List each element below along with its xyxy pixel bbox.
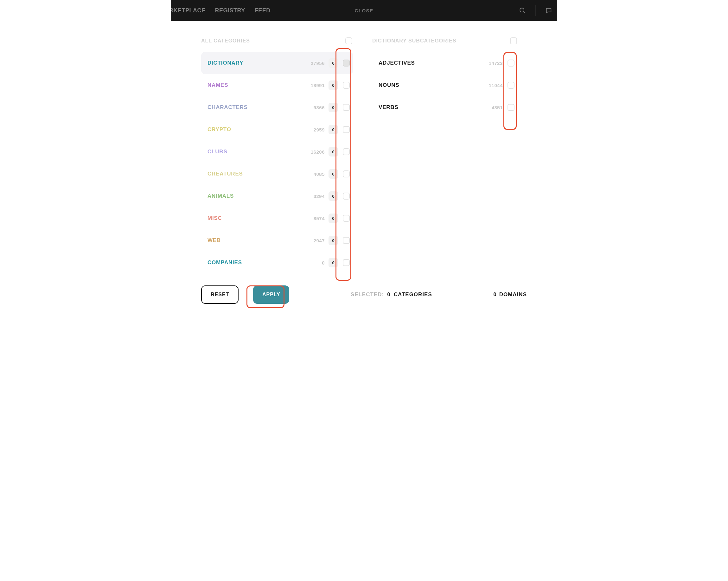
divider xyxy=(536,5,536,16)
category-checkbox[interactable] xyxy=(343,237,350,244)
subcategory-count: 11044 xyxy=(485,83,503,88)
category-checkbox[interactable] xyxy=(343,193,350,200)
category-row[interactable]: CHARACTERS 9866 0 xyxy=(201,96,353,118)
domains-count: 0 xyxy=(493,291,496,298)
category-checkbox[interactable] xyxy=(343,82,350,89)
category-checkbox[interactable] xyxy=(343,170,350,177)
category-label: CREATURES xyxy=(208,171,307,177)
subcategory-row[interactable]: ADJECTIVES 14723 xyxy=(372,52,518,74)
category-row[interactable]: WEB 2947 0 xyxy=(201,229,353,252)
category-count: 2959 xyxy=(307,127,325,132)
categories-column: ALL CATEGORIES DICTIONARY 27956 0 NAMES … xyxy=(201,34,353,280)
close-button[interactable]: CLOSE xyxy=(355,8,373,13)
subcategories-list: ADJECTIVES 14723 NOUNS 11044 VERBS 4851 xyxy=(372,52,518,118)
category-count: 27956 xyxy=(307,60,325,66)
category-label: MISC xyxy=(208,215,307,221)
filter-panel: ALL CATEGORIES DICTIONARY 27956 0 NAMES … xyxy=(171,21,557,310)
subcategory-row[interactable]: NOUNS 11044 xyxy=(372,74,518,96)
selected-count: 0 xyxy=(387,291,390,298)
category-row[interactable]: ANIMALS 3294 0 xyxy=(201,185,353,207)
category-row[interactable]: NAMES 18991 0 xyxy=(201,74,353,96)
subcategory-count: 14723 xyxy=(485,60,503,66)
nav: MARKETPLACE REGISTRY FEED xyxy=(171,7,270,14)
nav-feed[interactable]: FEED xyxy=(255,7,270,14)
svg-point-0 xyxy=(520,8,524,12)
domains-status: 0 DOMAINS xyxy=(493,291,527,298)
category-badge: 0 xyxy=(329,103,338,112)
subcategories-column: DICTIONARY SUBCATEGORIES ADJECTIVES 1472… xyxy=(372,34,518,280)
category-badge: 0 xyxy=(329,58,338,68)
category-row[interactable]: COMPANIES 0 0 xyxy=(201,252,353,274)
selected-label: SELECTED: xyxy=(351,291,384,298)
category-count: 4085 xyxy=(307,171,325,177)
category-label: CLUBS xyxy=(208,149,307,155)
categories-list: DICTIONARY 27956 0 NAMES 18991 0 CHARACT… xyxy=(201,52,353,274)
subcategory-label: ADJECTIVES xyxy=(379,60,485,66)
category-count: 0 xyxy=(307,260,325,265)
subcategories-header: DICTIONARY SUBCATEGORIES xyxy=(372,38,509,44)
category-badge: 0 xyxy=(329,213,338,223)
search-icon[interactable] xyxy=(519,7,526,14)
footer: RESET APPLY SELECTED: 0 CATEGORIES 0 DOM… xyxy=(171,280,557,310)
category-row[interactable]: CREATURES 4085 0 xyxy=(201,163,353,185)
category-checkbox[interactable] xyxy=(343,215,350,222)
category-row[interactable]: MISC 8574 0 xyxy=(201,207,353,229)
category-checkbox[interactable] xyxy=(343,148,350,155)
domains-suffix: DOMAINS xyxy=(499,291,527,298)
category-checkbox[interactable] xyxy=(343,259,350,266)
category-label: ANIMALS xyxy=(208,193,307,199)
subcategory-checkbox[interactable] xyxy=(508,59,515,67)
category-label: CHARACTERS xyxy=(208,104,307,110)
svg-line-1 xyxy=(524,12,525,13)
category-row[interactable]: CLUBS 16206 0 xyxy=(201,141,353,163)
select-all-subcategories-checkbox[interactable] xyxy=(510,37,517,44)
category-count: 3294 xyxy=(307,193,325,199)
category-checkbox[interactable] xyxy=(343,126,350,133)
nav-marketplace[interactable]: MARKETPLACE xyxy=(171,7,206,14)
subcategory-checkbox[interactable] xyxy=(508,104,515,111)
apply-button[interactable]: APPLY xyxy=(253,285,289,304)
selected-suffix: CATEGORIES xyxy=(394,291,432,298)
subcategory-count: 4851 xyxy=(485,105,503,110)
category-count: 2947 xyxy=(307,238,325,243)
reset-button[interactable]: RESET xyxy=(201,285,238,304)
category-checkbox[interactable] xyxy=(343,104,350,111)
category-badge: 0 xyxy=(329,125,338,134)
subcategory-row[interactable]: VERBS 4851 xyxy=(372,96,518,118)
category-count: 9866 xyxy=(307,105,325,110)
category-badge: 0 xyxy=(329,236,338,245)
subcategory-checkbox[interactable] xyxy=(508,82,515,89)
category-label: WEB xyxy=(208,237,307,244)
category-badge: 0 xyxy=(329,258,338,267)
category-count: 16206 xyxy=(307,149,325,155)
nav-registry[interactable]: REGISTRY xyxy=(215,7,245,14)
categories-header: ALL CATEGORIES xyxy=(201,38,344,44)
category-count: 18991 xyxy=(307,83,325,88)
subcategory-label: NOUNS xyxy=(379,82,485,88)
subcategory-label: VERBS xyxy=(379,104,485,110)
category-badge: 0 xyxy=(329,191,338,201)
select-all-categories-checkbox[interactable] xyxy=(345,37,352,44)
category-row[interactable]: CRYPTO 2959 0 xyxy=(201,118,353,141)
category-label: DICTIONARY xyxy=(208,60,307,66)
category-checkbox[interactable] xyxy=(343,59,350,67)
category-badge: 0 xyxy=(329,169,338,179)
category-label: NAMES xyxy=(208,82,307,88)
category-badge: 0 xyxy=(329,80,338,90)
category-count: 8574 xyxy=(307,216,325,221)
category-label: CRYPTO xyxy=(208,126,307,133)
chat-icon[interactable] xyxy=(545,7,552,14)
category-label: COMPANIES xyxy=(208,260,307,266)
category-badge: 0 xyxy=(329,147,338,157)
category-row[interactable]: DICTIONARY 27956 0 xyxy=(201,52,353,74)
selected-status: SELECTED: 0 CATEGORIES xyxy=(351,291,432,298)
topbar: MARKETPLACE REGISTRY FEED CLOSE xyxy=(171,0,557,21)
